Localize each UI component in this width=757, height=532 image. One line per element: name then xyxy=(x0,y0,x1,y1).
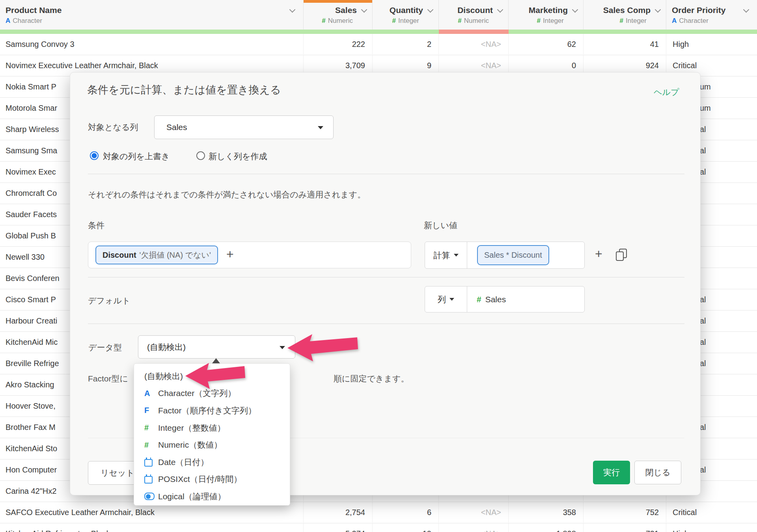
default-mode-select[interactable]: 列 xyxy=(425,286,467,312)
quality-bar-sales_comp xyxy=(584,30,666,34)
quality-bar-discount xyxy=(439,30,509,34)
chevron-down-icon xyxy=(454,254,459,257)
cell-product: Samsung Convoy 3 xyxy=(0,34,304,54)
help-link[interactable]: ヘルプ xyxy=(654,87,679,98)
column-name: Quantity xyxy=(390,6,423,15)
chevron-down-icon[interactable] xyxy=(572,6,578,13)
quality-bar-product xyxy=(0,30,304,34)
numeric-type-icon: # xyxy=(392,17,396,25)
selected-column-bar xyxy=(304,0,372,3)
cell-marketing: 1,898 xyxy=(509,523,584,532)
character-type-icon: A xyxy=(6,17,10,25)
cell-priority: High xyxy=(666,523,757,532)
condition-pill-column: Discount xyxy=(103,251,136,260)
cell-quantity: 2 xyxy=(373,34,439,54)
chevron-down-icon[interactable] xyxy=(743,6,750,13)
column-header-quantity[interactable]: Quantity#Integer xyxy=(373,0,439,30)
create-column-radio[interactable] xyxy=(196,151,205,160)
column-name: Marketing xyxy=(529,6,568,15)
calc-expression-pill[interactable]: Sales * Discount xyxy=(477,245,549,265)
column-header-product[interactable]: Product NameACharacter xyxy=(0,0,304,30)
chevron-down-icon[interactable] xyxy=(427,6,434,13)
numeric-type-icon: # xyxy=(322,17,325,25)
column-header-marketing[interactable]: Marketing#Integer xyxy=(509,0,584,30)
cell-sales_comp: 731 xyxy=(584,523,666,532)
numeric-type-icon: # xyxy=(620,17,623,25)
value-mode-select[interactable]: 計算 xyxy=(425,242,467,268)
numeric-type-icon: # xyxy=(144,441,155,450)
menu-item-[interactable]: (自動検出) xyxy=(134,368,290,385)
cell-marketing: 358 xyxy=(509,502,584,523)
cell-sales_comp: 752 xyxy=(584,502,666,523)
toggle-icon xyxy=(144,493,155,500)
cell-priority: High xyxy=(666,34,757,54)
menu-item-character[interactable]: ACharacter（文字列） xyxy=(134,385,290,402)
menu-item-label: Integer（整数値） xyxy=(158,422,225,433)
data-type-select[interactable]: (自動検出) xyxy=(138,335,295,359)
data-type-label: データ型 xyxy=(88,342,122,353)
new-value-editor: 計算 Sales * Discount xyxy=(425,242,585,269)
menu-item-integer[interactable]: #Integer（整数値） xyxy=(134,419,290,437)
run-button[interactable]: 実行 xyxy=(593,461,630,484)
chevron-down-icon xyxy=(280,346,285,349)
factor-type-icon: F xyxy=(144,406,155,415)
menu-item-numeric[interactable]: #Numeric（数値） xyxy=(134,436,290,454)
column-type-label: Numeric xyxy=(464,17,489,25)
copy-icon[interactable] xyxy=(616,249,628,261)
add-value-button[interactable]: + xyxy=(595,247,602,260)
quality-bar-priority xyxy=(666,30,757,34)
default-mode-label: 列 xyxy=(438,294,446,305)
column-header-discount[interactable]: Discount#Numeric xyxy=(439,0,509,30)
column-name: Sales xyxy=(335,6,357,15)
app-window: Product NameACharacterSales#NumericQuant… xyxy=(0,0,757,532)
chevron-down-icon[interactable] xyxy=(655,6,661,13)
column-header-sales_comp[interactable]: Sales Comp#Integer xyxy=(584,0,666,30)
divider xyxy=(88,324,684,324)
menu-item-factor[interactable]: FFactor（順序付き文字列） xyxy=(134,402,290,419)
numeric-type-icon: # xyxy=(477,295,481,304)
column-name: Order Priority xyxy=(672,6,726,15)
calendar-icon xyxy=(144,475,155,484)
dialog-title: 条件を元に計算、または値を置き換える xyxy=(87,83,281,97)
column-name: Sales Comp xyxy=(603,6,651,15)
menu-item-label: Character（文字列） xyxy=(158,388,236,399)
column-type-label: Integer xyxy=(543,17,564,25)
quality-bar-quantity xyxy=(373,30,439,34)
cell-sales_comp: 41 xyxy=(584,34,666,54)
condition-note: それぞれの条件はそれまでの条件が満たされない場合のみ適用されます。 xyxy=(88,189,365,200)
column-type-label: Integer xyxy=(626,17,647,25)
chevron-down-icon[interactable] xyxy=(361,6,367,13)
chevron-down-icon[interactable] xyxy=(289,6,296,13)
data-type-menu: (自動検出)ACharacter（文字列）FFactor（順序付き文字列）#In… xyxy=(134,363,290,506)
menu-item-logical[interactable]: Logical（論理値） xyxy=(134,488,290,505)
calendar-icon xyxy=(144,458,155,467)
menu-item-date[interactable]: Date（日付） xyxy=(134,454,290,471)
overwrite-column-radio[interactable] xyxy=(90,151,99,160)
close-button[interactable]: 閉じる xyxy=(634,461,681,484)
cell-priority: Critical xyxy=(666,502,757,523)
add-condition-button[interactable]: + xyxy=(226,248,234,260)
cell-quantity: 6 xyxy=(373,502,439,523)
cell-sales: 2,754 xyxy=(304,502,373,523)
column-header-priority[interactable]: Order PriorityACharacter xyxy=(666,0,757,30)
column-name: Discount xyxy=(457,6,493,15)
menu-item-label: POSIXct（日付/時間） xyxy=(158,474,242,485)
default-column-value[interactable]: # Sales xyxy=(472,295,506,304)
character-type-icon: A xyxy=(672,17,677,25)
chevron-down-icon xyxy=(449,298,454,301)
target-column-label: 対象となる列 xyxy=(88,122,138,133)
default-value-editor: 列 # Sales xyxy=(425,286,585,313)
cell-discount: <NA> xyxy=(439,502,509,523)
condition-pill-text: '欠損値 (NA) でない' xyxy=(140,250,211,260)
menu-item-label: Date（日付） xyxy=(158,457,209,468)
chevron-down-icon[interactable] xyxy=(497,6,503,13)
column-header-sales[interactable]: Sales#Numeric xyxy=(304,0,373,30)
condition-builder[interactable]: Discount '欠損値 (NA) でない' + xyxy=(88,242,411,268)
menu-caret-icon xyxy=(212,358,220,363)
integer-type-icon: # xyxy=(144,423,155,432)
menu-item-posixct[interactable]: POSIXct（日付/時間） xyxy=(134,471,290,488)
table-row: SAFCO Executive Leather Armchair, Black2… xyxy=(0,502,757,523)
condition-pill[interactable]: Discount '欠損値 (NA) でない' xyxy=(95,246,218,264)
target-column-select[interactable]: Sales xyxy=(154,115,334,139)
quality-bar-sales xyxy=(304,30,373,34)
